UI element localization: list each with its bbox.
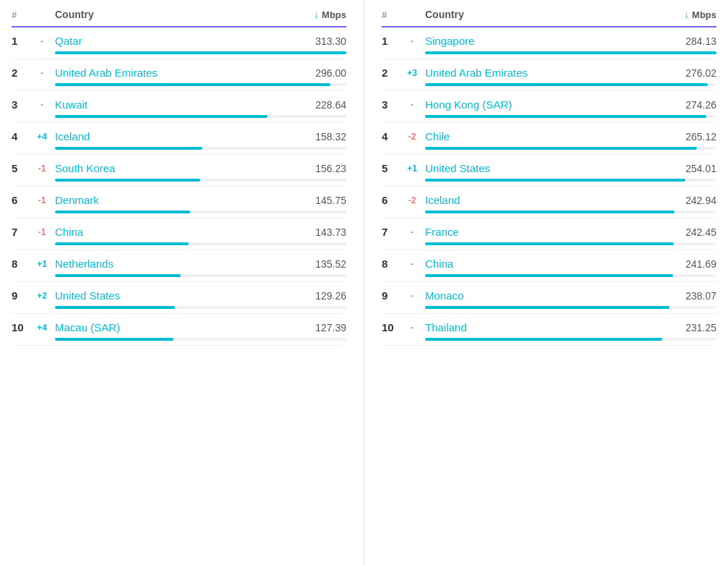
country-name[interactable]: Iceland xyxy=(425,194,666,206)
table-row: 2-United Arab Emirates296.00 xyxy=(12,59,346,91)
row-data: 10+4Macau (SAR)127.39 xyxy=(12,321,346,334)
country-name[interactable]: South Korea xyxy=(55,162,296,174)
change-indicator: - xyxy=(29,68,55,78)
change-indicator: -1 xyxy=(29,227,55,237)
progress-bar xyxy=(55,83,330,86)
main-container: #Country↓Mbps1-Qatar313.302-United Arab … xyxy=(0,0,728,565)
progress-bar-wrap xyxy=(425,211,716,213)
table-row: 5+1United States254.01 xyxy=(382,155,716,187)
table-row: 1-Singapore284.13 xyxy=(382,27,716,59)
header-mbps-label: Mbps xyxy=(322,9,346,20)
change-indicator: -2 xyxy=(399,195,425,205)
table-row: 8+1Netherlands135.52 xyxy=(12,250,346,282)
progress-bar xyxy=(425,274,673,277)
progress-bar-wrap xyxy=(55,83,346,86)
country-name[interactable]: Denmark xyxy=(55,194,296,206)
change-indicator: - xyxy=(399,259,425,269)
progress-bar xyxy=(425,51,716,54)
mbps-value: 313.30 xyxy=(296,35,346,47)
country-name[interactable]: Singapore xyxy=(425,35,666,47)
rank-number: 2 xyxy=(12,67,29,79)
table-row: 10-Thailand231.25 xyxy=(382,314,716,346)
country-name[interactable]: France xyxy=(425,226,666,238)
progress-bar xyxy=(425,211,675,213)
progress-bar-wrap xyxy=(425,338,716,341)
change-indicator: +3 xyxy=(399,68,425,78)
mbps-value: 284.13 xyxy=(666,35,716,47)
row-data: 1-Qatar313.30 xyxy=(12,35,346,47)
row-data: 2-United Arab Emirates296.00 xyxy=(12,67,346,79)
row-data: 6-2Iceland242.94 xyxy=(382,194,716,206)
mbps-value: 242.45 xyxy=(666,226,716,238)
mbps-value: 156.23 xyxy=(296,163,346,174)
change-indicator: +2 xyxy=(29,291,55,301)
rank-number: 3 xyxy=(382,98,399,111)
progress-bar-wrap xyxy=(55,306,346,309)
country-name[interactable]: China xyxy=(425,258,666,270)
table-row: 7-France242.45 xyxy=(382,218,716,250)
progress-bar-wrap xyxy=(425,306,716,309)
change-indicator: +1 xyxy=(399,163,425,174)
country-name[interactable]: Macau (SAR) xyxy=(55,321,296,334)
mbps-value: 274.26 xyxy=(666,99,716,111)
country-name[interactable]: Monaco xyxy=(425,289,666,302)
progress-bar-wrap xyxy=(425,83,716,86)
country-name[interactable]: Qatar xyxy=(55,35,296,47)
header-mbps: ↓Mbps xyxy=(296,9,346,20)
country-name[interactable]: China xyxy=(55,226,296,238)
mbps-value: 145.75 xyxy=(296,195,346,206)
country-name[interactable]: Kuwait xyxy=(55,98,296,111)
rank-number: 2 xyxy=(382,67,399,79)
rank-number: 9 xyxy=(12,289,29,302)
progress-bar-wrap xyxy=(55,147,346,150)
progress-bar xyxy=(425,179,685,182)
mbps-value: 158.32 xyxy=(296,131,346,143)
mbps-value: 143.73 xyxy=(296,226,346,238)
table-row: 6-1Denmark145.75 xyxy=(12,187,346,218)
table-header: #Country↓Mbps xyxy=(12,0,346,27)
table-row: 2+3United Arab Emirates276.02 xyxy=(382,59,716,91)
country-name[interactable]: United Arab Emirates xyxy=(425,67,666,79)
country-name[interactable]: Chile xyxy=(425,130,666,143)
row-data: 6-1Denmark145.75 xyxy=(12,194,346,206)
progress-bar-wrap xyxy=(55,179,346,182)
mbps-value: 296.00 xyxy=(296,67,346,79)
country-name[interactable]: United Arab Emirates xyxy=(55,67,296,79)
rank-number: 1 xyxy=(382,35,399,47)
mbps-value: 276.02 xyxy=(666,67,716,79)
row-data: 5-1South Korea156.23 xyxy=(12,162,346,174)
progress-bar xyxy=(425,242,674,245)
country-name[interactable]: Iceland xyxy=(55,130,296,143)
change-indicator: -2 xyxy=(399,132,425,142)
progress-bar xyxy=(55,115,267,118)
row-data: 1-Singapore284.13 xyxy=(382,35,716,47)
table-row: 6-2Iceland242.94 xyxy=(382,187,716,218)
rank-number: 8 xyxy=(12,258,29,270)
progress-bar-wrap xyxy=(55,242,346,245)
header-country: Country xyxy=(425,9,666,20)
panel-divider xyxy=(364,0,364,565)
table-row: 1-Qatar313.30 xyxy=(12,27,346,59)
change-indicator: - xyxy=(399,227,425,237)
change-indicator: - xyxy=(399,291,425,301)
progress-bar xyxy=(55,242,189,245)
country-name[interactable]: Thailand xyxy=(425,321,666,334)
mbps-value: 135.52 xyxy=(296,258,346,270)
progress-bar-wrap xyxy=(55,211,346,213)
rank-number: 1 xyxy=(12,35,29,47)
mbps-value: 242.94 xyxy=(666,195,716,206)
progress-bar xyxy=(425,338,662,341)
header-mbps: ↓Mbps xyxy=(666,9,716,20)
rank-number: 8 xyxy=(382,258,399,270)
mbps-value: 231.25 xyxy=(666,322,716,334)
row-data: 10-Thailand231.25 xyxy=(382,321,716,334)
change-indicator: +4 xyxy=(29,132,55,142)
rank-number: 5 xyxy=(12,162,29,174)
row-data: 4-2Chile265.12 xyxy=(382,130,716,143)
country-name[interactable]: United States xyxy=(425,162,666,174)
table-row: 7-1China143.73 xyxy=(12,218,346,250)
country-name[interactable]: United States xyxy=(55,289,296,302)
country-name[interactable]: Hong Kong (SAR) xyxy=(425,98,666,111)
country-name[interactable]: Netherlands xyxy=(55,258,296,270)
progress-bar-wrap xyxy=(55,115,346,118)
